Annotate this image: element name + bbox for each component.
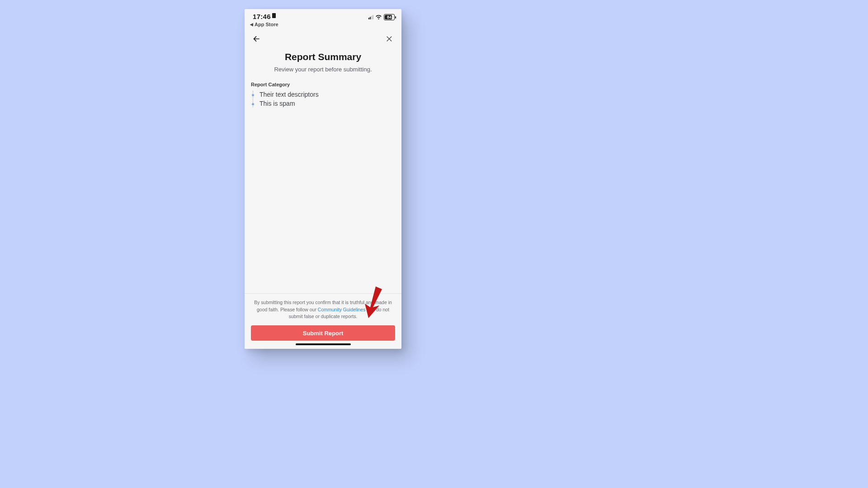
nav-row	[245, 33, 401, 48]
page-subtitle: Review your report before submitting.	[251, 66, 395, 73]
phone-frame: 17:46 84 ◀ App Store	[245, 9, 401, 349]
status-id-icon	[272, 13, 276, 18]
community-guidelines-link[interactable]: Community Guidelines	[318, 307, 366, 312]
footer-area: By submitting this report you confirm th…	[245, 293, 401, 349]
close-button[interactable]	[384, 33, 395, 44]
stage-background: 17:46 84 ◀ App Store	[0, 0, 868, 488]
status-bar: 17:46 84 ◀ App Store	[245, 9, 401, 22]
category-list: Their text descriptors This is spam	[253, 91, 395, 107]
cellular-signal-icon	[368, 15, 373, 19]
battery-icon: 84	[384, 14, 396, 20]
back-button[interactable]	[251, 33, 262, 44]
page-title: Report Summary	[251, 52, 395, 62]
back-to-app-label: App Store	[255, 22, 278, 27]
battery-percentage: 84	[387, 15, 392, 19]
category-item: Their text descriptors	[253, 91, 395, 98]
back-triangle-icon: ◀	[250, 23, 253, 27]
back-to-app-link[interactable]: ◀ App Store	[250, 22, 278, 27]
submit-report-button[interactable]: Submit Report	[251, 325, 395, 341]
wifi-icon	[375, 14, 382, 21]
content-area: Report Summary Review your report before…	[245, 48, 401, 293]
close-icon	[386, 35, 394, 43]
report-category-label: Report Category	[251, 82, 395, 87]
category-item: This is spam	[253, 100, 395, 107]
disclaimer-text: By submitting this report you confirm th…	[251, 299, 395, 320]
arrow-left-icon	[252, 34, 261, 43]
home-indicator[interactable]	[296, 343, 351, 345]
status-time: 17:46	[253, 13, 271, 20]
